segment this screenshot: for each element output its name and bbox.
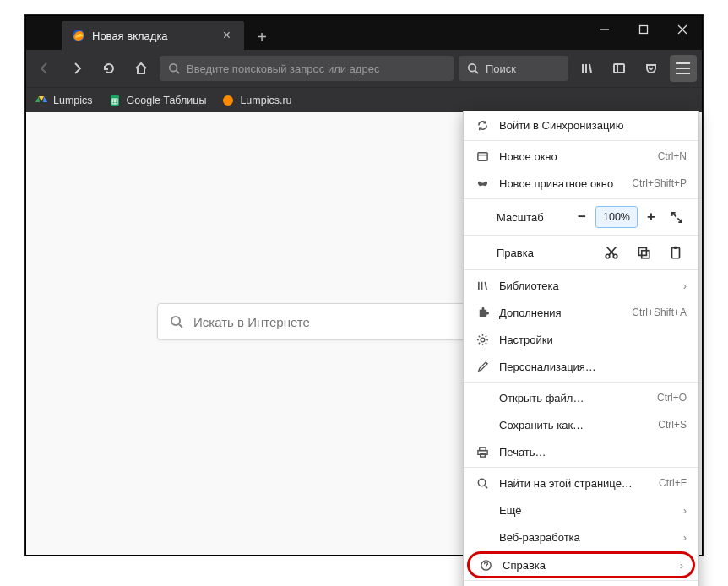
menu-sign-in[interactable]: Войти в Синхронизацию [464,111,698,138]
search-placeholder: Поиск [486,62,516,75]
search-icon [475,476,489,490]
menu-customize[interactable]: Персонализация… [464,353,698,380]
close-button[interactable] [663,16,702,43]
menu-save-as[interactable]: Сохранить как… Ctrl+S [464,411,698,438]
home-button[interactable] [128,55,155,82]
menu-open-file[interactable]: Открыть файл… Ctrl+O [464,384,698,411]
fullscreen-button[interactable] [665,211,688,224]
sync-icon [475,118,489,132]
chevron-right-icon: › [683,279,687,292]
drive-icon [35,94,48,107]
help-icon [479,558,492,572]
bookmarks-toolbar: Lumpics Google Таблицы Lumpics.ru [26,87,702,112]
tab-close-icon[interactable]: × [220,28,234,43]
minimize-button[interactable] [585,16,624,43]
library-button[interactable] [573,55,600,82]
svg-point-7 [469,64,476,72]
firefox-window: Новая вкладка × + Введите поисковый запр… [25,15,703,556]
menu-library[interactable]: Библиотека › [464,272,698,299]
menu-help-highlight: Справка › [467,551,695,578]
copy-button[interactable] [636,245,651,260]
site-icon [221,94,235,107]
active-tab[interactable]: Новая вкладка × [62,21,244,50]
menu-new-private-window[interactable]: Новое приватное окно Ctrl+Shift+P [464,170,698,197]
svg-rect-34 [642,251,649,258]
menu-edit: Правка [464,237,698,268]
svg-line-45 [485,486,487,488]
puzzle-icon [475,306,489,319]
nav-toolbar: Введите поисковый запрос или адрес Поиск [26,50,702,87]
svg-point-40 [481,338,485,342]
svg-line-11 [589,64,591,73]
svg-line-8 [475,71,479,74]
window-controls [585,16,702,50]
menu-settings[interactable]: Настройки [464,326,698,353]
svg-rect-43 [480,453,485,457]
firefox-icon [72,29,85,42]
menu-new-window[interactable]: Новое окно Ctrl+N [464,143,698,170]
chevron-right-icon: › [683,531,687,544]
search-icon [467,62,479,74]
url-placeholder: Введите поисковый запрос или адрес [187,62,379,75]
tab-title: Новая вкладка [92,30,220,42]
sheets-icon [108,94,122,107]
zoom-out-button[interactable]: − [568,205,595,229]
svg-line-39 [485,281,486,289]
svg-line-24 [179,324,182,328]
bookmark-lumpics[interactable]: Lumpics [35,94,93,107]
svg-point-44 [478,479,485,486]
svg-rect-35 [672,247,680,258]
pocket-button[interactable] [638,55,665,82]
url-bar[interactable]: Введите поисковый запрос или адрес [160,56,454,81]
svg-rect-12 [614,64,624,73]
bookmark-lumpics-ru[interactable]: Lumpics.ru [221,94,291,107]
svg-point-47 [485,567,486,568]
zoom-value[interactable]: 100% [595,206,638,228]
paste-button[interactable] [668,245,683,260]
menu-more[interactable]: Ещё › [464,496,698,524]
menu-zoom: Масштаб − 100% + [464,201,698,233]
reload-button[interactable] [95,55,122,82]
svg-marker-15 [39,96,44,101]
window-icon [475,149,489,163]
bookmark-sheets[interactable]: Google Таблицы [108,94,207,107]
cut-button[interactable] [604,245,619,260]
menu-exit[interactable]: Выход Ctrl+Shift+Q [464,583,698,586]
chevron-right-icon: › [683,504,687,517]
new-tab-button[interactable]: + [249,24,274,50]
sidebar-button[interactable] [606,55,633,82]
paint-icon [475,360,489,373]
menu-web-developer[interactable]: Веб-разработка › [464,524,698,551]
menu-print[interactable]: Печать… [464,438,698,465]
svg-rect-2 [640,26,648,34]
chevron-right-icon: › [680,559,683,572]
mask-icon [475,176,489,190]
gear-icon [475,333,489,346]
maximize-button[interactable] [624,16,663,43]
svg-line-6 [177,71,180,74]
svg-rect-25 [477,152,486,160]
library-icon [475,279,489,292]
svg-marker-17 [35,96,40,102]
svg-point-5 [170,64,177,72]
search-icon [170,315,183,328]
svg-rect-33 [638,247,646,255]
back-button[interactable] [31,55,58,82]
svg-marker-16 [43,96,47,102]
app-menu: Войти в Синхронизацию Новое окно Ctrl+N … [463,111,699,586]
svg-point-23 [171,317,180,325]
svg-point-22 [223,95,233,106]
svg-rect-36 [674,247,678,249]
search-icon [168,62,180,74]
menu-find[interactable]: Найти на этой странице… Ctrl+F [464,469,698,496]
print-icon [475,445,489,458]
menu-addons[interactable]: Дополнения Ctrl+Shift+A [464,299,698,326]
zoom-in-button[interactable]: + [638,205,665,229]
menu-help[interactable]: Справка › [470,554,693,576]
titlebar: Новая вкладка × + [26,16,702,50]
menu-button[interactable] [670,55,697,82]
search-bar[interactable]: Поиск [459,56,568,81]
forward-button[interactable] [63,55,90,82]
